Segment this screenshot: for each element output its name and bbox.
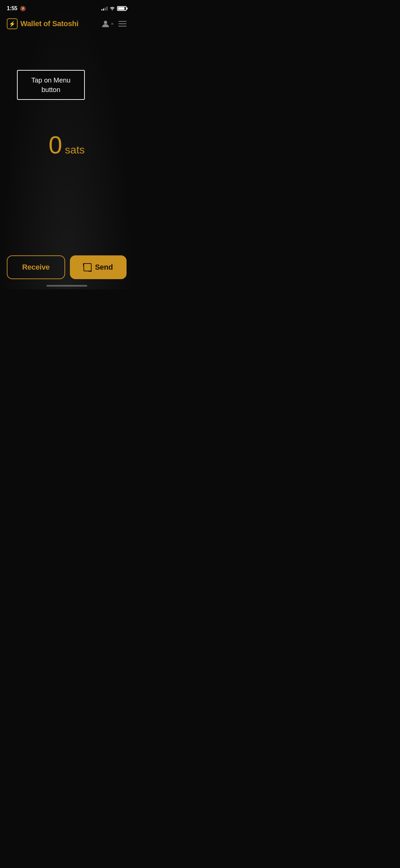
svg-point-0 [104,21,107,24]
scan-icon [83,263,92,271]
home-indicator [46,285,87,287]
status-bar: 1:55 🔕 [0,0,133,15]
wifi-icon [110,6,115,11]
menu-button[interactable] [118,21,127,26]
balance-unit: sats [65,144,85,156]
balance-amount: 0 [49,131,61,159]
battery-icon [117,6,127,11]
user-profile-button[interactable]: × [101,19,114,29]
status-time: 1:55 [7,5,17,12]
tutorial-overlay: Tap on Menu button [0,33,133,121]
send-label: Send [95,263,113,272]
logo-area: ⚡ Wallet of Satoshi [7,18,78,29]
lightning-icon: ⚡ [7,18,18,29]
tutorial-tooltip: Tap on Menu button [17,70,85,100]
receive-button[interactable]: Receive [7,255,65,279]
x-badge: × [111,21,114,26]
balance-display: 0 sats [0,121,133,159]
signal-icon [101,6,108,11]
bell-slash-icon: 🔕 [20,6,26,11]
status-icons [101,6,127,11]
header-icons: × [101,19,127,29]
app-header: ⚡ Wallet of Satoshi × [0,15,133,33]
app-title: Wallet of Satoshi [20,19,78,28]
tooltip-text: Tap on Menu button [31,76,71,93]
send-button[interactable]: Send [70,255,127,279]
action-buttons: Receive Send [0,255,133,279]
